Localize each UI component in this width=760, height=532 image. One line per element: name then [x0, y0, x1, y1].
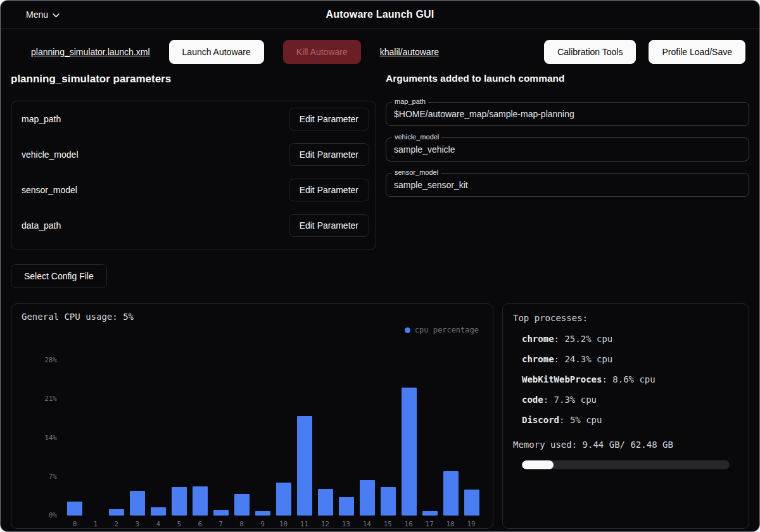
menu-button[interactable]: Menu	[22, 9, 63, 20]
select-config-file-button[interactable]: Select Config File	[11, 264, 107, 288]
process-sep: :	[543, 395, 554, 405]
cpu-y-tick: 14%	[20, 434, 57, 443]
top-menu-bar: Menu Autoware Launch GUI	[1, 1, 759, 28]
process-cpu: 24.3% cpu	[564, 354, 612, 364]
process-sep: :	[559, 415, 570, 425]
process-sep: :	[602, 374, 612, 384]
cpu-x-tick: 13	[338, 520, 353, 528]
legend-dot-icon	[405, 327, 410, 333]
process-sep: :	[554, 354, 565, 364]
cpu-bar	[130, 338, 145, 516]
memory-progress-bar	[522, 460, 730, 469]
parameter-name: map_path	[22, 114, 61, 124]
cpu-plot	[67, 338, 479, 516]
vehicle-model-field[interactable]: vehicle_model sample_vehicle	[386, 137, 749, 162]
launch-file-link[interactable]: planning_simulator.launch.xml	[31, 47, 150, 57]
edit-parameter-button[interactable]: Edit Parameter	[289, 214, 369, 237]
cpu-x-tick: 6	[193, 520, 208, 528]
cpu-bar	[339, 338, 354, 516]
cpu-x-tick: 2	[109, 520, 124, 528]
cpu-x-tick: 1	[88, 520, 103, 528]
processes-title: Top processes:	[513, 313, 740, 323]
process-cpu: 5% cpu	[570, 415, 602, 425]
edit-parameter-button[interactable]: Edit Parameter	[289, 108, 369, 130]
cpu-bar	[67, 338, 82, 516]
main-area: planning_simulator parameters map_path E…	[1, 73, 759, 288]
edit-parameter-button[interactable]: Edit Parameter	[289, 179, 369, 201]
cpu-x-tick: 18	[443, 520, 458, 528]
cpu-x-tick: 12	[317, 520, 332, 528]
parameters-list[interactable]: map_path Edit Parameter vehicle_model Ed…	[11, 101, 376, 250]
cpu-x-axis: 012345678910111213141516171819	[67, 520, 479, 528]
cpu-y-tick: 0%	[20, 511, 57, 520]
cpu-x-tick: 7	[213, 520, 229, 528]
cpu-x-tick: 19	[464, 520, 479, 528]
parameter-row: map_path Edit Parameter	[11, 101, 376, 137]
edit-parameter-button[interactable]: Edit Parameter	[289, 250, 369, 250]
cpu-x-tick: 4	[151, 520, 166, 528]
cpu-bar	[318, 338, 333, 516]
sensor-model-field-value: sample_sensor_kit	[394, 180, 741, 190]
process-name: chrome	[522, 354, 554, 364]
menu-button-label: Menu	[26, 10, 48, 20]
map-path-field-value: $HOME/autoware_map/sample-map-planning	[394, 109, 741, 119]
map-path-field-label: map_path	[392, 98, 428, 105]
arguments-section: Arguments added to launch command map_pa…	[386, 73, 749, 288]
parameters-section: planning_simulator parameters map_path E…	[11, 73, 376, 288]
sensor-model-field-label: sensor_model	[392, 168, 441, 176]
calibration-tools-button[interactable]: Calibration Tools	[544, 40, 636, 64]
bottom-area: General CPU usage: 5% cpu percentage 0%7…	[1, 303, 759, 529]
parameter-name: sensor_model	[22, 185, 77, 195]
memory-used-label: Memory used: 9.44 GB/ 62.48 GB	[513, 440, 740, 450]
cpu-bar	[422, 338, 438, 516]
parameters-heading: planning_simulator parameters	[11, 73, 376, 86]
cpu-bar	[193, 338, 208, 516]
cpu-bar	[402, 338, 417, 516]
top-processes-panel: Top processes: chrome: 25.2% cpu chrome:…	[502, 303, 749, 529]
cpu-x-tick: 15	[380, 520, 395, 528]
memory-progress-fill	[522, 460, 554, 469]
process-name: chrome	[522, 334, 554, 344]
cpu-bar	[464, 338, 479, 516]
cpu-bar	[360, 338, 375, 516]
edit-parameter-button[interactable]: Edit Parameter	[289, 143, 369, 166]
sensor-model-field[interactable]: sensor_model sample_sensor_kit	[386, 173, 749, 197]
cpu-x-tick: 16	[401, 520, 416, 528]
process-item: Discord: 5% cpu	[522, 414, 740, 426]
cpu-bar	[172, 338, 187, 516]
cpu-x-tick: 14	[359, 520, 374, 528]
cpu-panel-title: General CPU usage: 5%	[22, 312, 484, 322]
cpu-bar	[276, 338, 291, 516]
cpu-bar	[234, 338, 250, 516]
cpu-bar	[213, 338, 229, 516]
cpu-x-tick: 11	[296, 520, 312, 528]
process-item: chrome: 25.2% cpu	[522, 333, 740, 345]
cpu-bar	[255, 338, 270, 516]
parameter-name: data_path	[22, 220, 61, 231]
process-cpu: 7.3% cpu	[554, 395, 597, 405]
repo-link[interactable]: khalil/autoware	[380, 47, 439, 57]
parameter-row: vehicle_model Edit Parameter	[11, 137, 376, 172]
app-window: Menu Autoware Launch GUI planning_simula…	[0, 0, 760, 532]
process-name: Discord	[522, 415, 559, 425]
process-item: WebKitWebProces: 8.6% cpu	[522, 374, 740, 385]
cpu-bar	[88, 338, 103, 516]
process-sep: :	[554, 334, 565, 344]
cpu-bar	[443, 338, 459, 516]
process-cpu: 8.6% cpu	[612, 374, 655, 384]
process-name: code	[522, 395, 543, 405]
cpu-y-tick: 21%	[20, 395, 57, 403]
cpu-bar	[381, 338, 396, 516]
cpu-x-tick: 9	[255, 520, 270, 528]
map-path-field[interactable]: map_path $HOME/autoware_map/sample-map-p…	[386, 102, 749, 126]
parameter-row: Edit Parameter	[11, 243, 376, 250]
parameter-row: sensor_model Edit Parameter	[11, 172, 376, 208]
profile-load-save-button[interactable]: Profile Load/Save	[649, 40, 745, 64]
app-title: Autoware Launch GUI	[326, 9, 434, 20]
cpu-x-tick: 10	[276, 520, 291, 528]
cpu-y-axis: 0%7%14%21%28%	[20, 338, 57, 516]
chart-legend: cpu percentage	[20, 324, 479, 336]
cpu-y-tick: 28%	[20, 356, 57, 365]
launch-autoware-button[interactable]: Launch Autoware	[169, 40, 264, 64]
kill-autoware-button[interactable]: Kill Autoware	[283, 40, 361, 64]
